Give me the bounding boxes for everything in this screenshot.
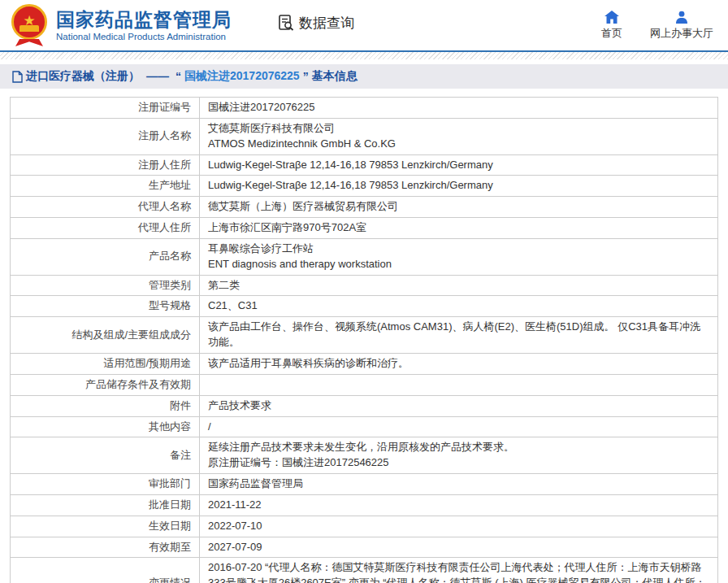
table-row: 注册人住所Ludwig-Kegel-Straβe 12,14-16,18 798… (11, 154, 718, 176)
row-value-line: Ludwig-Kegel-Straβe 12,14-16,18 79853 Le… (208, 158, 709, 173)
row-value: 国械注进20172076225 (200, 98, 718, 119)
row-value-line: 德艾莫斯（上海）医疗器械贸易有限公司 (208, 199, 709, 215)
row-value: C21、C31 (200, 296, 718, 317)
hatch-texture-strip (0, 52, 728, 59)
nav-online-hall[interactable]: 网上办事大厅 (650, 11, 713, 41)
table-row: 代理人名称德艾莫斯（上海）医疗器械贸易有限公司 (11, 197, 718, 218)
row-value-line: 耳鼻喉综合诊疗工作站 (208, 241, 709, 257)
row-label: 型号规格 (11, 296, 200, 317)
row-value: 2016-07-20 “代理人名称：德国艾特莫斯医疗科技有限责任公司上海代表处；… (200, 558, 718, 583)
row-label: 变更情况 (11, 558, 200, 583)
row-label: 产品名称 (11, 238, 200, 275)
table-row: 附件产品技术要求 (11, 395, 718, 416)
table-row: 产品名称耳鼻喉综合诊疗工作站ENT diagnosis and therapy … (11, 238, 718, 275)
table-row: 型号规格C21、C31 (11, 296, 718, 317)
nav-home[interactable]: 首页 (601, 11, 622, 41)
data-query-nav[interactable]: 数据查询 (277, 14, 354, 33)
emblem-ring: ★ (11, 4, 47, 40)
row-value (200, 374, 718, 395)
breadcrumb-category: 进口医疗器械（注册） (26, 69, 140, 84)
row-value: Ludwig-Kegel-Straβe 12,14-16,18 79853 Le… (200, 176, 718, 197)
row-value: 第二类 (200, 275, 718, 296)
row-label: 生效日期 (11, 516, 200, 537)
row-value-line (208, 377, 709, 393)
row-label: 代理人名称 (11, 197, 200, 218)
page-file-icon (12, 71, 23, 83)
row-value: 德艾莫斯（上海）医疗器械贸易有限公司 (200, 197, 718, 218)
row-value-line: 第二类 (208, 278, 709, 294)
table-row: 审批部门国家药品监督管理局 (11, 474, 718, 495)
row-value-line: C21、C31 (208, 298, 709, 314)
table-row: 代理人住所上海市徐汇区南宁路970号702A室 (11, 218, 718, 239)
row-value-line: ATMOS Medizintechnik GmbH & Co.KG (208, 137, 709, 152)
row-value: 该产品适用于耳鼻喉科疾病的诊断和治疗。 (200, 353, 718, 374)
table-row: 生效日期2022-07-10 (11, 516, 718, 537)
row-value-line: 上海市徐汇区南宁路970号702A室 (208, 220, 709, 236)
table-row: 变更情况2016-07-20 “代理人名称：德国艾特莫斯医疗科技有限责任公司上海… (11, 558, 718, 583)
row-value-line: 国械注进20172076225 (208, 100, 709, 115)
row-value: 2022-07-10 (200, 516, 718, 537)
data-query-label: 数据查询 (299, 14, 354, 33)
row-value: Ludwig-Kegel-Straβe 12,14-16,18 79853 Le… (200, 154, 718, 176)
row-value-line: 2022-07-10 (208, 519, 709, 534)
table-row: 注册证编号国械注进20172076225 (11, 98, 718, 119)
row-value: 产品技术要求 (200, 395, 718, 416)
table-row: 有效期至2027-07-09 (11, 537, 718, 558)
row-label: 注册人名称 (11, 118, 200, 154)
row-value: 国家药品监督管理局 (200, 474, 718, 495)
emblem-gate (20, 25, 39, 32)
table-row: 其他内容/ (11, 416, 718, 437)
row-value-line: 2016-07-20 “代理人名称：德国艾特莫斯医疗科技有限责任公司上海代表处；… (208, 560, 709, 583)
emblem-ribbon (15, 39, 43, 46)
table-row: 适用范围/预期用途该产品适用于耳鼻喉科疾病的诊断和治疗。 (11, 353, 718, 374)
table-row: 生产地址Ludwig-Kegel-Straβe 12,14-16,18 7985… (11, 176, 718, 197)
row-label: 其他内容 (11, 416, 200, 437)
row-label: 有效期至 (11, 537, 200, 558)
row-value-line: 艾德莫斯医疗科技有限公司 (208, 121, 709, 137)
row-value: 该产品由工作台、操作台、视频系统(Atmos CAM31)、病人椅(E2)、医生… (200, 317, 718, 354)
row-label: 备注 (11, 437, 200, 474)
row-value-line: 国家药品监督管理局 (208, 476, 709, 492)
title-block: 国家药品监督管理局 National Medical Products Admi… (56, 9, 232, 41)
row-label: 审批部门 (11, 474, 200, 495)
site-header: ★ 国家药品监督管理局 National Medical Products Ad… (0, 0, 728, 50)
table-row: 备注延续注册产品技术要求未发生变化，沿用原核发的产品技术要求。原注册证编号：国械… (11, 437, 718, 474)
row-value: 延续注册产品技术要求未发生变化，沿用原核发的产品技术要求。原注册证编号：国械注进… (200, 437, 718, 474)
breadcrumb-registration-number: 国械注进20172076225 (184, 69, 300, 84)
table-row: 注册人名称艾德莫斯医疗科技有限公司ATMOS Medizintechnik Gm… (11, 118, 718, 154)
breadcrumb: 进口医疗器械（注册） —— “国械注进20172076225” 基本信息 (0, 64, 728, 89)
breadcrumb-separator: —— (146, 70, 169, 83)
row-label: 生产地址 (11, 176, 200, 197)
registration-info-table: 注册证编号国械注进20172076225注册人名称艾德莫斯医疗科技有限公司ATM… (10, 97, 718, 583)
row-label: 注册人住所 (11, 154, 200, 176)
row-value: 耳鼻喉综合诊疗工作站ENT diagnosis and therapy work… (200, 238, 718, 275)
row-value: 艾德莫斯医疗科技有限公司ATMOS Medizintechnik GmbH & … (200, 118, 718, 154)
row-label: 结构及组成/主要组成成分 (11, 317, 200, 354)
page: ★ 国家药品监督管理局 National Medical Products Ad… (0, 0, 728, 583)
row-value-line: ENT diagnosis and therapy workstation (208, 257, 709, 272)
breadcrumb-quote-close: ” (303, 70, 309, 83)
user-icon (675, 11, 688, 24)
table-row: 结构及组成/主要组成成分该产品由工作台、操作台、视频系统(Atmos CAM31… (11, 317, 718, 354)
row-value: 上海市徐汇区南宁路970号702A室 (200, 218, 718, 239)
row-value-line: 2027-07-09 (208, 540, 709, 555)
row-value-line: 延续注册产品技术要求未发生变化，沿用原核发的产品技术要求。 (208, 440, 709, 455)
document-search-icon (277, 14, 295, 32)
table-row: 管理类别第二类 (11, 275, 718, 296)
home-icon (604, 11, 619, 24)
row-value-line: 该产品适用于耳鼻喉科疾病的诊断和治疗。 (208, 356, 709, 372)
row-label: 附件 (11, 395, 200, 416)
row-value-line: 该产品由工作台、操作台、视频系统(Atmos CAM31)、病人椅(E2)、医生… (208, 320, 709, 350)
row-label: 批准日期 (11, 494, 200, 516)
row-label: 适用范围/预期用途 (11, 353, 200, 374)
row-value-line: / (208, 420, 709, 435)
row-value-line: 2021-11-22 (208, 498, 709, 513)
nav-home-label: 首页 (601, 26, 622, 41)
row-value-line: 原注册证编号：国械注进20172546225 (208, 455, 709, 471)
row-label: 管理类别 (11, 275, 200, 296)
site-subtitle: National Medical Products Administration (56, 32, 232, 41)
row-value: / (200, 416, 718, 437)
site-title: 国家药品监督管理局 (56, 9, 232, 30)
nav-online-hall-label: 网上办事大厅 (650, 26, 713, 41)
breadcrumb-suffix: 基本信息 (312, 69, 358, 84)
